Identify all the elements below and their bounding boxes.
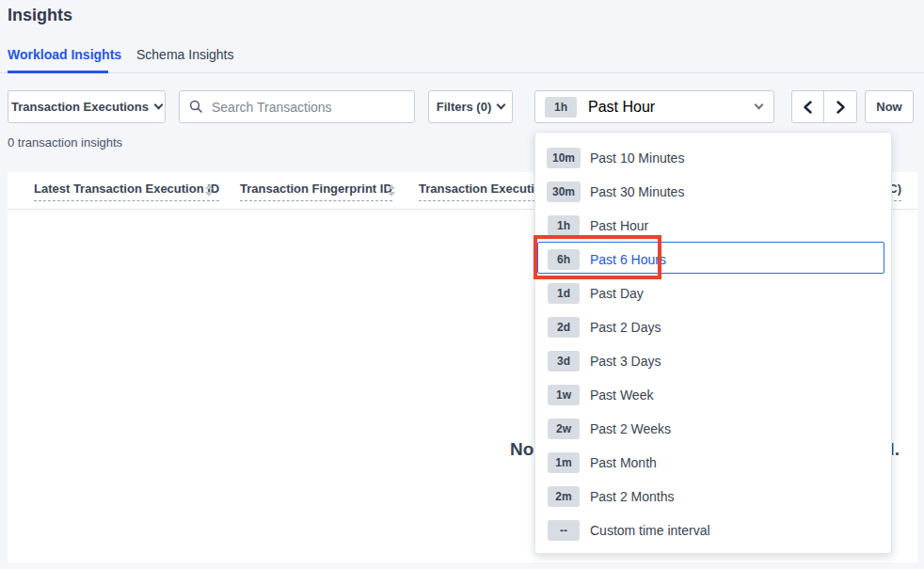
tab-workload-insights-label: Workload Insights <box>8 47 121 62</box>
chevron-down-icon <box>755 101 764 110</box>
time-interval-option-label: Past Month <box>590 455 657 470</box>
time-interval-option-badge: 2w <box>548 419 580 439</box>
next-time-button[interactable] <box>824 91 856 122</box>
time-interval-option[interactable]: 30m Past 30 Minutes <box>535 175 891 209</box>
time-interval-select[interactable]: 1h Past Hour <box>534 90 774 123</box>
column-header-latest-transaction-execution-id[interactable]: Latest Transaction Execution ID <box>34 182 219 201</box>
time-interval-option-badge: 1m <box>548 452 580 473</box>
time-interval-badge: 1h <box>545 97 577 118</box>
time-interval-option-label: Past 10 Minutes <box>590 150 684 166</box>
active-tab-underline <box>8 71 108 73</box>
time-interval-option-label: Custom time interval <box>590 523 710 538</box>
time-interval-option[interactable]: 2m Past 2 Months <box>535 480 891 514</box>
time-interval-option[interactable]: 1h Past Hour <box>535 209 891 243</box>
time-interval-option-label: Past 2 Weeks <box>590 421 671 436</box>
time-interval-option[interactable]: 2d Past 2 Days <box>535 310 891 344</box>
time-interval-select-label: Past Hour <box>588 99 655 116</box>
sort-icon[interactable] <box>205 184 213 197</box>
time-interval-option-badge: 6h <box>548 249 580 270</box>
time-interval-option[interactable]: 10m Past 10 Minutes <box>535 141 891 175</box>
search-box[interactable] <box>179 90 415 123</box>
now-button-label: Now <box>876 100 901 114</box>
time-nav-group <box>791 90 857 123</box>
column-header-transaction-execution[interactable]: Transaction Execution <box>419 182 550 201</box>
time-interval-option-badge: 2m <box>548 486 580 507</box>
time-interval-option[interactable]: 1d Past Day <box>535 277 891 310</box>
time-interval-option-badge: -- <box>548 520 580 541</box>
time-interval-option-badge: 2d <box>548 317 580 338</box>
time-interval-option[interactable]: -- Custom time interval <box>535 514 891 547</box>
chevron-left-icon <box>803 101 813 114</box>
time-interval-option[interactable]: 1m Past Month <box>535 446 891 480</box>
time-interval-option-badge: 1d <box>548 283 580 304</box>
transaction-type-select[interactable]: Transaction Executions <box>8 90 166 123</box>
tab-workload-insights[interactable]: Workload Insights <box>8 47 121 62</box>
search-icon <box>189 100 203 114</box>
time-interval-option[interactable]: 3d Past 3 Days <box>535 344 891 378</box>
sort-icon[interactable] <box>388 184 395 197</box>
time-interval-option-label: Past 3 Days <box>590 354 661 369</box>
time-interval-option-label: Past 6 Hours <box>590 252 666 267</box>
transaction-type-select-label: Transaction Executions <box>11 100 149 114</box>
insights-count: 0 transaction insights <box>8 135 122 150</box>
time-interval-option-label: Past 30 Minutes <box>590 184 684 199</box>
time-interval-option[interactable]: 6h Past 6 Hours <box>535 243 891 277</box>
search-transactions-input[interactable] <box>212 100 405 115</box>
now-button[interactable]: Now <box>865 90 914 123</box>
filters-button-label: Filters (0) <box>437 100 492 114</box>
filters-button[interactable]: Filters (0) <box>428 90 513 123</box>
prev-time-button[interactable] <box>792 91 824 122</box>
time-interval-option-badge: 1h <box>548 215 580 236</box>
chevron-down-icon <box>154 101 164 110</box>
time-interval-option-badge: 10m <box>547 148 581 168</box>
time-interval-option-label: Past Day <box>590 286 644 301</box>
chevron-down-icon <box>497 101 506 110</box>
time-interval-option-badge: 3d <box>548 351 580 371</box>
time-interval-option-label: Past Hour <box>590 218 648 233</box>
tab-schema-insights-label: Schema Insights <box>136 47 234 62</box>
time-interval-option-badge: 1w <box>548 385 580 405</box>
time-interval-dropdown: 10m Past 10 Minutes 30m Past 30 Minutes … <box>534 132 892 554</box>
column-header-transaction-fingerprint-id[interactable]: Transaction Fingerprint ID <box>240 182 392 201</box>
chevron-right-icon <box>836 101 846 114</box>
tab-schema-insights[interactable]: Schema Insights <box>136 47 234 62</box>
page-title: Insights <box>8 6 72 25</box>
time-interval-option-label: Past Week <box>590 387 653 403</box>
time-interval-option-badge: 30m <box>547 182 581 202</box>
time-interval-option-label: Past 2 Months <box>590 489 675 504</box>
tab-bar: Workload Insights Schema Insights <box>0 41 924 73</box>
time-interval-option[interactable]: 1w Past Week <box>535 378 891 412</box>
time-interval-option[interactable]: 2w Past 2 Weeks <box>535 412 891 446</box>
time-interval-option-label: Past 2 Days <box>590 320 661 335</box>
